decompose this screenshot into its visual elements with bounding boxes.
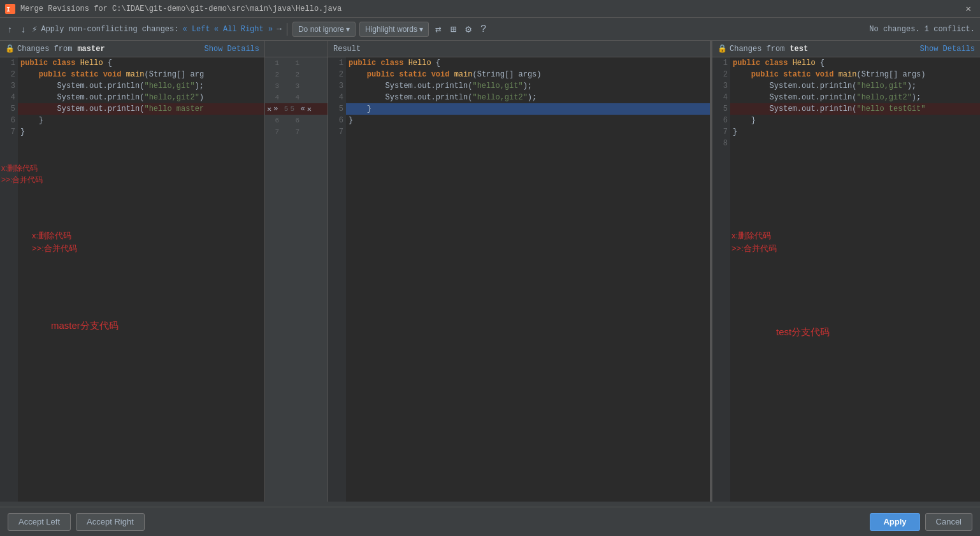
next-conflict-button[interactable]: ↓	[18, 23, 28, 36]
status-text: No changes. 1 conflict.	[869, 25, 975, 34]
conflict-row-5[interactable]: ✕ » 5 5 « ✕	[265, 103, 328, 115]
prev-conflict-button[interactable]: ↑	[5, 23, 15, 36]
conflict-row-1: 1 1	[265, 57, 328, 69]
left-branch-name: master	[77, 45, 104, 54]
left-lock-icon: 🔒	[5, 44, 15, 54]
accept-right-btn2[interactable]: «	[299, 105, 305, 113]
conflict-row-8	[265, 138, 328, 149]
left-panel-content: 1 2 3 4 5 6 7 public class Hello { publi…	[0, 57, 264, 502]
svg-text:I: I	[6, 6, 10, 13]
scrollbar-area	[0, 502, 980, 507]
right-line-2: public static void main(String[] args)	[730, 69, 980, 80]
right-header-label: Changes from	[730, 45, 784, 54]
dropdown-arrow2-icon: ▾	[419, 25, 423, 34]
do-not-ignore-dropdown[interactable]: Do not ignore ▾	[292, 22, 356, 37]
columns-icon[interactable]: ⊞	[448, 22, 459, 37]
close-button[interactable]: ✕	[962, 2, 975, 15]
arrow-right-icon: →	[277, 24, 282, 34]
center-line-4: System.out.println("hello,git2");	[346, 92, 710, 103]
window-title: Merge Revisions for C:\IDAE\git-demo\git…	[20, 4, 962, 13]
accept-left-btn[interactable]: »	[273, 105, 278, 113]
left-line-8	[18, 138, 264, 149]
center-line-6: }	[346, 115, 710, 126]
right-lock-icon: 🔒	[717, 44, 727, 54]
right-gutter: 1 2 3 4 5 6 7 8	[712, 57, 730, 502]
left-code-lines: public class Hello { public static void …	[18, 57, 264, 502]
center-line-3: System.out.println("hello,git");	[346, 80, 710, 92]
center-line-5: }	[346, 103, 710, 115]
right-panel-content: 1 2 3 4 5 6 7 8 public class Hello { pub…	[712, 57, 980, 502]
left-line-1: public class Hello {	[18, 57, 264, 69]
bottom-bar: Accept Left Accept Right Apply Cancel	[0, 507, 980, 536]
center-code-lines: public class Hello { public static void …	[346, 57, 710, 502]
conflict-gutter-area: 1 1 2 2 3 3 4 4 ✕ » 5 5 « ✕ 6	[264, 41, 328, 502]
conflict-row-7: 7 7	[265, 126, 328, 138]
right-line-6: }	[730, 115, 980, 126]
left-code-area: 1 2 3 4 5 6 7 public class Hello { publi…	[0, 57, 264, 502]
reject-left-btn[interactable]: ✕	[266, 105, 272, 114]
right-show-details[interactable]: Show Details	[920, 45, 975, 54]
left-panel: 🔒 Changes from master Show Details 1 2 3…	[0, 41, 264, 502]
toolbar: ↑ ↓ ⚡ Apply non-conflicting changes: « L…	[0, 18, 980, 41]
cancel-button[interactable]: Cancel	[925, 513, 972, 531]
right-panel-header: 🔒 Changes from test Show Details	[712, 41, 980, 57]
center-line-8	[346, 138, 710, 149]
right-branch-name: test	[789, 45, 808, 54]
conflict-row-4: 4 4	[265, 92, 328, 103]
dropdown-arrow-icon: ▾	[346, 25, 350, 34]
app-logo: I	[5, 4, 15, 14]
left-panel-header: 🔒 Changes from master Show Details	[0, 41, 264, 57]
magic-icon: ⚡	[32, 24, 37, 34]
right-line-4: System.out.println("hello,git2");	[730, 92, 980, 103]
apply-button[interactable]: Apply	[870, 513, 919, 531]
right-line-7: }	[730, 126, 980, 138]
center-panel-header: Result	[328, 41, 710, 57]
swap-icon[interactable]: ⇄	[433, 22, 444, 37]
center-line-7	[346, 126, 710, 138]
apply-left-link[interactable]: « Left	[182, 25, 210, 34]
right-line-8	[730, 138, 980, 149]
left-line-5: System.out.println("hello master	[18, 103, 264, 115]
center-panel: Result 1 2 3 4 5 6 7 public class Hello …	[328, 41, 710, 502]
apply-right-link[interactable]: Right »	[241, 25, 273, 34]
reject-right-btn[interactable]: ✕	[306, 105, 312, 114]
center-gutter: 1 2 3 4 5 6 7	[328, 57, 346, 502]
right-panel: 🔒 Changes from test Show Details 1 2 3 4…	[712, 41, 980, 502]
help-icon[interactable]: ?	[478, 22, 489, 36]
accept-left-button[interactable]: Accept Left	[8, 513, 71, 531]
left-line-3: System.out.println("hello,git");	[18, 80, 264, 92]
accept-right-button[interactable]: Accept Right	[76, 513, 145, 531]
right-line-3: System.out.println("hello,git");	[730, 80, 980, 92]
apply-all-link[interactable]: « All	[214, 25, 237, 34]
left-line-7: }	[18, 126, 264, 138]
left-line-4: System.out.println("hello,git2")	[18, 92, 264, 103]
conflict-row-3: 3 3	[265, 80, 328, 92]
panels-container: 🔒 Changes from master Show Details 1 2 3…	[0, 41, 980, 502]
separator-1	[287, 23, 287, 36]
center-line-2: public static void main(String[] args)	[346, 69, 710, 80]
center-code-area: 1 2 3 4 5 6 7 public class Hello { publi…	[328, 57, 710, 502]
center-line-1: public class Hello {	[346, 57, 710, 69]
conflict-gutter-header	[265, 41, 328, 57]
conflict-row-2: 2 2	[265, 69, 328, 80]
center-panel-content: 1 2 3 4 5 6 7 public class Hello { publi…	[328, 57, 710, 502]
highlight-words-dropdown[interactable]: Highlight words ▾	[359, 22, 429, 37]
settings-icon[interactable]: ⚙	[463, 22, 474, 37]
right-code-area: 1 2 3 4 5 6 7 8 public class Hello { pub…	[712, 57, 980, 502]
left-gutter: 1 2 3 4 5 6 7	[0, 57, 18, 502]
left-line-2: public static void main(String[] arg	[18, 69, 264, 80]
conflict-row-6: 6 6	[265, 115, 328, 126]
right-line-1: public class Hello {	[730, 57, 980, 69]
title-bar: I Merge Revisions for C:\IDAE\git-demo\g…	[0, 0, 980, 18]
left-line-6: }	[18, 115, 264, 126]
right-line-5: System.out.println("hello testGit"	[730, 103, 980, 115]
left-show-details[interactable]: Show Details	[205, 45, 259, 54]
apply-non-conflicting-label: Apply non-conflicting changes:	[41, 25, 178, 34]
result-label: Result	[333, 45, 361, 54]
left-header-label: Changes from	[17, 45, 72, 54]
right-code-lines: public class Hello { public static void …	[730, 57, 980, 502]
